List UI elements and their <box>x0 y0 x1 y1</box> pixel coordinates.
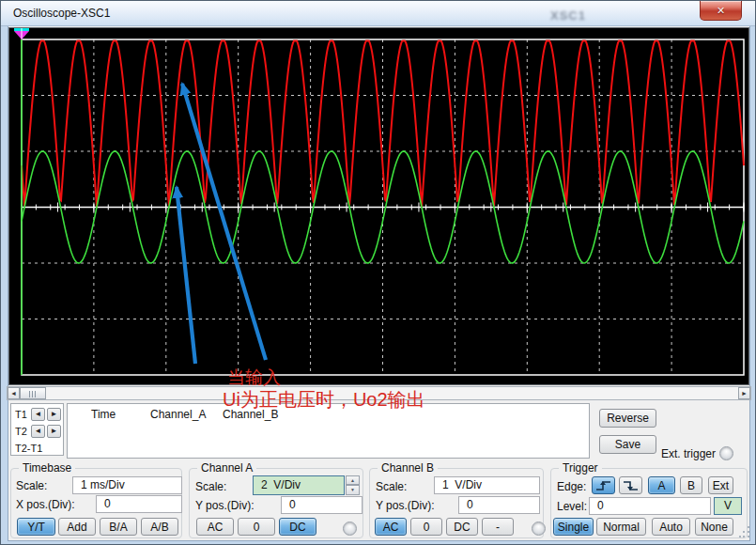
trigger-group: Trigger Edge: A B Ext Level: 0 V Single … <box>550 468 748 538</box>
timebase-xpos-label: X pos.(Div): <box>16 498 75 511</box>
trigger-level-label: Level: <box>557 500 587 513</box>
scroll-right-icon[interactable]: ► <box>738 387 750 399</box>
ext-trigger-label: Ext. trigger <box>661 447 716 460</box>
trigger-edge-label: Edge: <box>557 480 586 493</box>
falling-edge-button[interactable] <box>619 476 642 494</box>
annotation-line2: Ui为正电压时，Uo2输出 <box>223 387 425 413</box>
t1-label: T1 <box>15 409 27 420</box>
ba-button[interactable]: B/A <box>100 518 137 536</box>
trigger-a-button[interactable]: A <box>648 476 675 494</box>
trigger-ext-button[interactable]: Ext <box>708 476 733 494</box>
trigger-normal-button[interactable]: Normal <box>596 518 646 536</box>
add-button[interactable]: Add <box>58 518 96 536</box>
channel-b-ypos-label: Y pos.(Div): <box>376 499 434 512</box>
timebase-xpos-field[interactable]: 0 <box>96 495 182 513</box>
channel-b-minus-button[interactable]: - <box>482 518 514 536</box>
channel-b-terminal-icon <box>532 522 546 536</box>
trigger-auto-button[interactable]: Auto <box>652 518 690 536</box>
scroll-left-icon[interactable]: ◄ <box>8 387 20 399</box>
timebase-scale-label: Scale: <box>16 479 47 492</box>
trigger-title: Trigger <box>559 461 602 475</box>
trigger-level-field[interactable]: 0 <box>589 497 711 515</box>
resize-grip-icon[interactable] <box>739 526 749 538</box>
trigger-single-button[interactable]: Single <box>553 518 594 536</box>
t2-t1-label: T2-T1 <box>15 443 42 454</box>
ext-trigger-terminal-icon <box>719 446 733 460</box>
t2-back-button[interactable]: ◄ <box>31 425 45 438</box>
trigger-level-unit-select[interactable]: V <box>714 497 742 515</box>
timebase-scale-field[interactable]: 1 ms/Div <box>72 476 182 494</box>
channel-b-scale-label: Scale: <box>376 480 407 493</box>
t2-label: T2 <box>15 426 27 437</box>
t1-forward-button[interactable]: ► <box>47 408 61 421</box>
channel-a-ypos-field[interactable]: 0 <box>281 496 363 514</box>
trigger-b-button[interactable]: B <box>680 476 702 494</box>
save-button[interactable]: Save <box>599 435 656 454</box>
spin-down-icon[interactable]: ▼ <box>346 485 360 495</box>
channel-b-zero-button[interactable]: 0 <box>410 518 442 536</box>
channel-a-zero-button[interactable]: 0 <box>238 518 275 536</box>
channel-b-group: Channel B Scale: 1 V/Div Y pos.(Div): 0 … <box>369 468 544 538</box>
channel-b-scale-field[interactable]: 1 V/Div <box>434 476 540 494</box>
t1-back-button[interactable]: ◄ <box>31 408 45 421</box>
rising-edge-icon <box>595 479 612 492</box>
scroll-thumb[interactable] <box>20 387 46 399</box>
channel-b-title: Channel B <box>378 461 438 475</box>
title-bar[interactable]: Oscilloscope-XSC1 XSC1 ✕ <box>1 1 755 26</box>
channel-a-ypos-label: Y pos.(Div): <box>195 499 254 512</box>
channel-a-dc-button[interactable]: DC <box>279 518 316 536</box>
cursor-panel: T1 ◄ ► T2 ◄ ► T2-T1 <box>10 403 64 456</box>
channel-a-scale-label: Scale: <box>195 480 226 493</box>
ab-button[interactable]: A/B <box>141 518 178 536</box>
thumb-grip-icon <box>29 391 37 397</box>
channel-a-scale-spinner[interactable]: ▲ ▼ <box>346 475 360 495</box>
channel-a-group: Channel A Scale: 2 V/Div ▲ ▼ Y pos.(Div)… <box>189 468 363 538</box>
window-title: Oscilloscope-XSC1 <box>13 7 110 20</box>
rising-edge-button[interactable] <box>592 476 615 494</box>
channel-a-ac-button[interactable]: AC <box>196 518 234 536</box>
t2-forward-button[interactable]: ► <box>47 425 61 438</box>
falling-edge-icon <box>623 479 640 492</box>
close-button[interactable]: ✕ <box>700 1 742 21</box>
channel-a-title: Channel A <box>197 461 256 475</box>
reverse-button[interactable]: Reverse <box>599 409 656 428</box>
trigger-none-button[interactable]: None <box>695 518 733 536</box>
scope-screen <box>9 28 750 384</box>
column-time: Time <box>91 408 116 421</box>
scope-display-bezel <box>8 27 749 385</box>
background-watermark: XSC1 <box>550 8 586 23</box>
spin-up-icon[interactable]: ▲ <box>346 475 360 485</box>
timebase-title: Timebase <box>19 461 75 475</box>
timebase-group: Timebase Scale: 1 ms/Div X pos.(Div): 0 … <box>10 468 182 538</box>
column-channel-a: Channel_A <box>150 408 206 421</box>
channel-b-dc-button[interactable]: DC <box>446 518 478 536</box>
channel-b-ypos-field[interactable]: 0 <box>458 496 540 514</box>
channel-a-scale-field[interactable]: 2 V/Div <box>253 475 345 495</box>
oscilloscope-window: Oscilloscope-XSC1 XSC1 ✕ ◄ ► T1 ◄ ► T2 ◄… <box>0 0 756 545</box>
yt-button[interactable]: Y/T <box>17 518 55 536</box>
channel-a-terminal-icon <box>343 522 357 536</box>
channel-b-ac-button[interactable]: AC <box>375 518 407 536</box>
